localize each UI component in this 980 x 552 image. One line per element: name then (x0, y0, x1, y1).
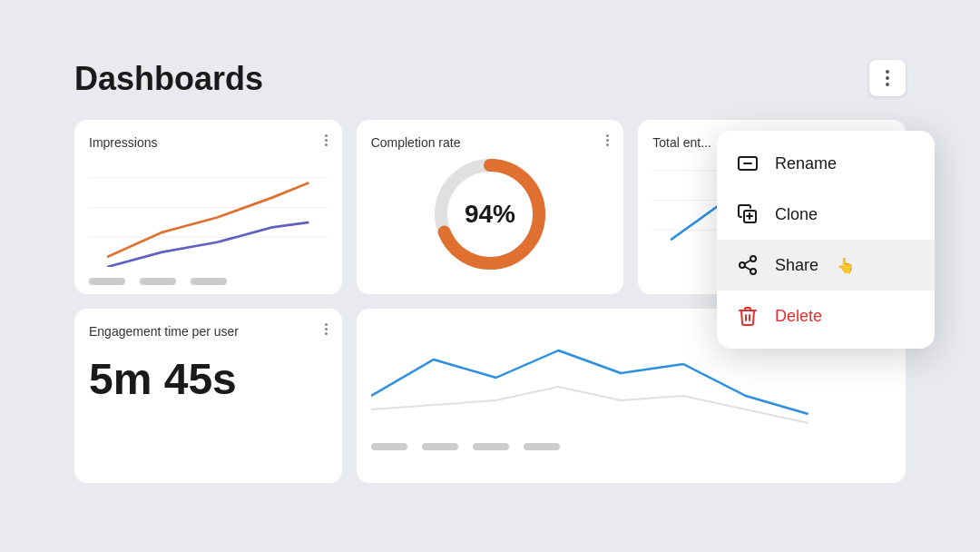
menu-item-clone[interactable]: Clone (717, 189, 935, 240)
chart-legend (89, 278, 328, 285)
total-entries-card-title: Total ent... (652, 135, 711, 150)
menu-item-delete[interactable]: Delete (717, 291, 935, 341)
context-menu: Rename Clone (717, 131, 935, 349)
impressions-chart (89, 158, 328, 267)
cursor-icon: 👆 (837, 257, 855, 274)
impressions-card-menu-button[interactable] (323, 133, 329, 148)
impressions-card: Impressions (74, 120, 342, 294)
impressions-card-title: Impressions (89, 135, 157, 150)
engagement-card: Engagement time per user 5m 45s (74, 309, 342, 483)
completion-rate-card: Completion rate 94% (357, 120, 624, 294)
svg-line-16 (745, 267, 751, 271)
completion-rate-card-title: Completion rate (371, 135, 461, 150)
donut-container: 94% (371, 151, 610, 278)
vertical-dots-icon (886, 70, 889, 86)
rename-icon (735, 151, 760, 176)
engagement-card-menu-button[interactable] (323, 321, 329, 337)
dashboard-window: Dashboards Impressions (45, 31, 935, 521)
rename-label: Rename (775, 154, 837, 173)
clone-icon (735, 202, 760, 227)
completion-rate-card-menu-button[interactable] (604, 133, 611, 148)
more-options-button[interactable] (869, 60, 906, 96)
share-icon (735, 252, 760, 278)
menu-item-share[interactable]: Share 👆 (717, 240, 935, 291)
delete-label: Delete (775, 307, 822, 326)
share-label: Share (775, 256, 818, 275)
engagement-value: 5m 45s (89, 354, 328, 404)
delete-icon (735, 303, 760, 329)
engagement-card-title: Engagement time per user (89, 324, 239, 339)
bottom-right-legend (371, 443, 891, 450)
menu-item-rename[interactable]: Rename (717, 138, 935, 189)
page-title: Dashboards (74, 60, 906, 98)
clone-label: Clone (775, 205, 818, 224)
svg-line-17 (745, 261, 751, 264)
completion-rate-value: 94% (465, 200, 515, 229)
